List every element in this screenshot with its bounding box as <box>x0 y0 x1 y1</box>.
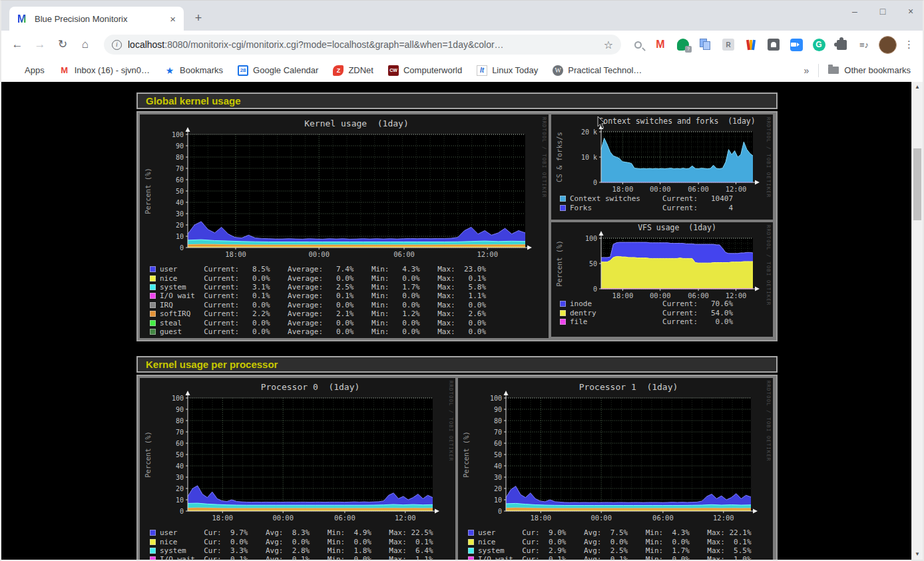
svg-text:100: 100 <box>172 395 184 402</box>
reload-button[interactable]: ↻ <box>53 35 72 54</box>
bookmark-apps[interactable]: Apps <box>9 65 45 76</box>
svg-text:0: 0 <box>180 508 184 515</box>
scrollbar-down-arrow[interactable]: ▼ <box>912 549 923 560</box>
profile-avatar[interactable] <box>879 36 897 54</box>
legend-color-swatch <box>150 293 156 299</box>
linux-today-icon: lt <box>477 65 487 76</box>
back-button[interactable]: ← <box>8 35 27 54</box>
bookmark-zdnet[interactable]: ZZDNet <box>333 65 373 76</box>
legend-text: I/O wait Current: 0.1% Average: 0.1% Min… <box>160 291 486 300</box>
legend-row: I/O wait Current: 0.1% Average: 0.1% Min… <box>150 291 549 300</box>
legend-color-swatch <box>150 320 156 326</box>
svg-text:40: 40 <box>176 463 184 470</box>
rrdtool-watermark: RRDTOOL / TOBI OETIKER <box>541 117 547 198</box>
legend-color-swatch <box>150 556 156 560</box>
vertical-scrollbar[interactable]: ▲ ▼ <box>911 82 923 560</box>
legend-color-swatch <box>560 319 566 325</box>
tab-blue-precision-monitorix[interactable]: M Blue Precision Monitorix × <box>9 7 184 31</box>
svg-text:0: 0 <box>593 285 597 293</box>
window-minimize-button[interactable]: – <box>849 6 860 17</box>
bookmark-google-calendar[interactable]: 28Google Calendar <box>238 65 318 76</box>
svg-text:20: 20 <box>176 222 184 229</box>
svg-text:Context switches and forks (1: Context switches and forks (1day) <box>598 116 755 126</box>
rrdtool-watermark: RRDTOOL / TOBI OETIKER <box>766 117 772 198</box>
bookmark-linux-today[interactable]: ltLinux Today <box>477 65 538 76</box>
processor-0-chart: 010203040506070809010018:0000:0006:0012:… <box>140 378 455 527</box>
svg-text:10: 10 <box>176 496 184 504</box>
legend-row: nice Cur: 0.0% Avg: 0.0% Min: 0.0% Max: … <box>468 537 773 546</box>
legend-row: I/O wait Cur: 0.1% Avg: 0.1% Min: 0.0% M… <box>150 555 455 560</box>
remote-desktop-extension-icon[interactable] <box>766 37 782 53</box>
svg-text:80: 80 <box>176 417 184 425</box>
mouse-cursor <box>597 116 606 130</box>
processor-1-panel: 010203040506070809010018:0000:0006:0012:… <box>458 378 773 560</box>
svg-text:CS & forks/s: CS & forks/s <box>555 132 563 182</box>
tab-strip: M Blue Precision Monitorix × + – □ × <box>1 1 923 31</box>
svg-text:00:00: 00:00 <box>272 514 294 522</box>
legend-row: system Cur: 3.3% Avg: 2.8% Min: 1.8% Max… <box>150 546 455 555</box>
copy-pages-extension-icon[interactable] <box>698 37 714 53</box>
svg-text:00:00: 00:00 <box>590 514 612 522</box>
legend-text: user Cur: 9.7% Avg: 8.3% Min: 4.9% Max: … <box>160 528 433 537</box>
svg-text:Kernel usage (1day): Kernel usage (1day) <box>304 118 409 128</box>
bookmark-practical-technology[interactable]: WPractical Technol… <box>553 65 642 76</box>
extensions-puzzle-icon[interactable] <box>833 37 849 53</box>
legend-text: system Cur: 3.3% Avg: 2.8% Min: 1.8% Max… <box>160 546 433 555</box>
legend-row: user Current: 8.5% Average: 7.4% Min: 4.… <box>150 265 549 274</box>
bookmark-computerworld[interactable]: CWComputerworld <box>388 65 462 76</box>
page-info-icon[interactable]: i <box>112 40 122 50</box>
voice-extension-icon[interactable]: ? <box>675 37 691 53</box>
bookmark-star-icon[interactable]: ☆ <box>604 39 613 51</box>
legend-text: guest Current: 0.0% Average: 0.0% Min: 0… <box>160 327 486 336</box>
svg-text:0: 0 <box>593 179 597 186</box>
section-title-global-kernel-usage: Global kernel usage <box>136 93 778 109</box>
legend-text: nice Cur: 0.0% Avg: 0.0% Min: 0.0% Max: … <box>478 538 752 546</box>
tab-close-icon[interactable]: × <box>167 13 178 25</box>
legend-text: user Cur: 9.0% Avg: 7.5% Min: 4.3% Max: … <box>478 528 752 537</box>
legend-text: dentry Current: 54.0% <box>570 309 733 317</box>
scrollbar-thumb[interactable] <box>913 148 921 220</box>
scrollbar-up-arrow[interactable]: ▲ <box>912 82 923 93</box>
new-tab-button[interactable]: + <box>189 9 208 28</box>
legend-row: softIRQ Current: 2.2% Average: 2.1% Min:… <box>150 309 549 318</box>
svg-text:80: 80 <box>176 154 184 161</box>
rrdtool-watermark: RRDTOOL / TOBI OETIKER <box>448 381 454 461</box>
legend-row: Forks Current: 4 <box>560 203 773 212</box>
svg-text:50: 50 <box>176 188 184 195</box>
bookmark-inbox[interactable]: MInbox (16) - sjvn0… <box>59 65 150 76</box>
svg-text:10: 10 <box>176 233 184 240</box>
legend-row: inode Current: 70.6% <box>560 299 773 308</box>
vfs-usage-legend: inode Current: 70.6%dentry Current: 54.0… <box>551 298 773 326</box>
svg-text:20: 20 <box>176 485 184 492</box>
browser-window: M Blue Precision Monitorix × + – □ × ← →… <box>0 0 924 561</box>
rrdtool-watermark: RRDTOOL / TOBI OETIKER <box>766 225 772 305</box>
legend-text: Context switches Current: 10407 <box>570 194 733 203</box>
gmail-extension-icon[interactable]: M <box>652 37 668 53</box>
forward-button[interactable]: → <box>31 35 49 54</box>
svg-text:20: 20 <box>494 485 502 492</box>
svg-text:Percent (%): Percent (%) <box>144 168 152 214</box>
gray-extension-icon[interactable]: R <box>720 37 736 53</box>
bookmarks-bar: Apps MInbox (16) - sjvn0… ★Bookmarks 28G… <box>1 59 923 82</box>
books-extension-icon[interactable] <box>743 37 759 53</box>
svg-text:12:00: 12:00 <box>726 185 747 193</box>
window-maximize-button[interactable]: □ <box>877 6 888 17</box>
section-global-kernel-usage: 010203040506070809010018:0000:0006:0012:… <box>136 111 778 341</box>
legend-text: system Current: 3.1% Average: 2.5% Min: … <box>160 283 486 291</box>
zoom-extension-icon[interactable] <box>788 37 804 53</box>
legend-color-swatch <box>468 530 474 536</box>
bookmark-bookmarks[interactable]: ★Bookmarks <box>164 65 223 76</box>
bookmarks-overflow-chevron[interactable]: » <box>804 65 809 76</box>
search-extension-icon[interactable] <box>630 37 646 53</box>
other-bookmarks[interactable]: Other bookmarks <box>828 65 911 75</box>
grammarly-extension-icon[interactable]: G <box>811 37 827 53</box>
svg-text:40: 40 <box>176 199 184 206</box>
browser-menu-icon[interactable]: ⋮ <box>904 39 913 51</box>
home-button[interactable]: ⌂ <box>76 35 95 54</box>
svg-text:30: 30 <box>176 210 184 218</box>
bookmarks-divider <box>818 64 819 77</box>
address-bar[interactable]: i localhost:8080/monitorix-cgi/monitorix… <box>104 35 621 55</box>
window-close-button[interactable]: × <box>905 6 916 17</box>
playlist-extension-icon[interactable]: ≡♪ <box>856 37 872 53</box>
url-text[interactable]: localhost:8080/monitorix-cgi/monitorix.c… <box>128 39 598 50</box>
